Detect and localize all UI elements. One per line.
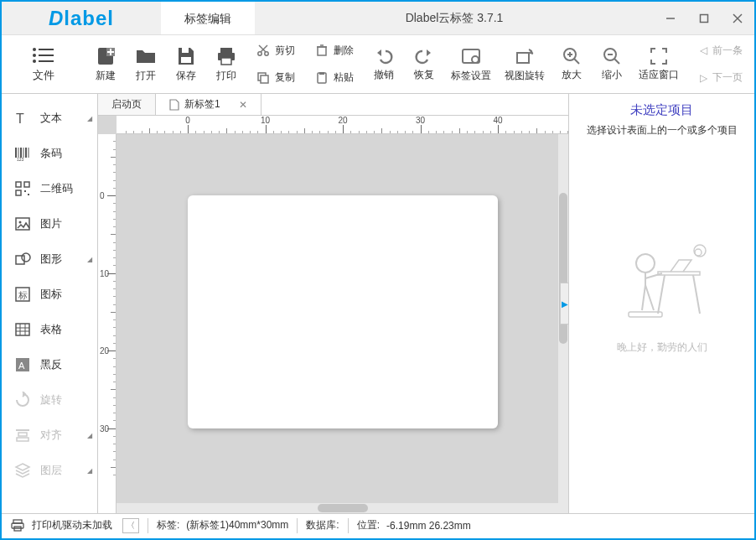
svg-rect-68 [17, 438, 28, 441]
save-icon [175, 45, 197, 67]
printer-status[interactable]: 打印机驱动未加载 〈 [2, 514, 148, 537]
svg-rect-52 [28, 194, 29, 195]
svg-rect-51 [24, 190, 26, 192]
svg-rect-59 [16, 324, 29, 335]
tool-table[interactable]: 表格 [2, 312, 97, 347]
label-info: 标签: (新标签1)40mm*30mm [148, 514, 297, 537]
copy-button[interactable]: 复制 [250, 65, 302, 91]
svg-rect-67 [18, 433, 27, 436]
close-button[interactable] [721, 2, 754, 35]
undo-button[interactable]: 撤销 [364, 35, 404, 93]
position-info: 位置: -6.19mm 26.23mm [349, 514, 479, 537]
tool-invert[interactable]: A黑反 [2, 347, 97, 382]
label-settings-button[interactable]: 标签设置 [444, 35, 498, 93]
delete-button[interactable]: 删除 [308, 38, 360, 63]
zoom-out-button[interactable]: 缩小 [592, 35, 632, 93]
database-info: 数据库: [298, 514, 347, 537]
view-rotate-button[interactable]: 视图旋转 [498, 35, 551, 93]
doc-tab-start[interactable]: 启动页 [98, 94, 156, 115]
panel-subtitle: 选择设计表面上的一个或多个项目 [587, 123, 738, 138]
svg-rect-32 [517, 53, 529, 63]
next-record-button[interactable]: ▷下一页 [693, 65, 749, 91]
barcode-icon: 123 [13, 144, 32, 163]
svg-point-8 [33, 60, 36, 63]
svg-rect-1 [701, 14, 708, 22]
svg-text:T: T [16, 112, 24, 126]
tool-rotate: 旋转 [2, 382, 97, 418]
redo-icon [414, 46, 434, 66]
clipboard-icon [315, 71, 329, 85]
tool-palette: T文本◢ 123条码 二维码 图片 图形◢ 标图标 表格 A黑反 旋转 对齐◢ … [2, 94, 98, 513]
layers-icon [13, 461, 32, 480]
chevron-down-icon: ◢ [87, 115, 92, 122]
panel-collapse-handle[interactable]: ▶ [560, 283, 568, 325]
prev-record-button[interactable]: ◁前一条 [693, 38, 749, 63]
save-button[interactable]: 保存 [166, 35, 206, 93]
paste-button[interactable]: 粘贴 [308, 65, 360, 91]
bullet-list-icon [32, 46, 55, 65]
tool-text[interactable]: T文本◢ [2, 101, 97, 136]
horizontal-scrollbar[interactable] [117, 503, 568, 513]
svg-line-74 [693, 275, 700, 314]
svg-point-6 [33, 54, 36, 57]
panel-title: 未选定项目 [630, 102, 693, 118]
minimize-button[interactable] [654, 2, 687, 35]
tool-image[interactable]: 图片 [2, 206, 97, 241]
print-button[interactable]: 打印 [206, 35, 246, 93]
svg-rect-48 [16, 182, 21, 187]
close-tab-button[interactable]: ✕ [239, 99, 247, 111]
invert-icon: A [13, 356, 32, 374]
redo-button[interactable]: 恢复 [404, 35, 444, 93]
new-button[interactable]: 新建 [85, 35, 126, 93]
icons-icon: 标 [13, 285, 32, 304]
tool-shape[interactable]: 图形◢ [2, 241, 97, 277]
zoom-in-button[interactable]: 放大 [551, 35, 592, 93]
fit-window-button[interactable]: 适应窗口 [632, 35, 686, 93]
svg-line-38 [614, 59, 619, 64]
undo-icon [374, 46, 394, 66]
zoom-out-icon [602, 46, 622, 66]
rotate-cw-icon [13, 391, 32, 409]
svg-point-31 [472, 56, 479, 63]
svg-rect-29 [319, 72, 324, 75]
svg-text:标: 标 [18, 290, 28, 300]
trash-icon [315, 44, 329, 57]
maximize-button[interactable] [687, 2, 721, 35]
chevron-down-icon: ◢ [87, 467, 92, 475]
properties-panel: 未选定项目 选择设计表面上的一个或多个项目 晚上好，勤劳的人们 [568, 94, 754, 513]
qrcode-icon [13, 179, 32, 198]
svg-text:A: A [18, 361, 25, 371]
printer-dropdown[interactable]: 〈 [122, 518, 139, 533]
copy-icon [256, 71, 270, 85]
ribbon-tab-edit[interactable]: 标签编辑 [161, 2, 255, 34]
svg-rect-24 [261, 75, 268, 83]
svg-rect-75 [629, 312, 662, 317]
svg-rect-14 [182, 48, 189, 53]
new-icon [95, 45, 117, 67]
label-surface[interactable] [188, 195, 498, 428]
tool-qrcode[interactable]: 二维码 [2, 171, 97, 206]
svg-point-71 [636, 254, 655, 273]
label-settings-icon [460, 45, 482, 67]
file-menu[interactable]: 文件 [2, 35, 85, 93]
doc-tab-new-label[interactable]: 新标签1 ✕ [156, 94, 261, 115]
design-canvas[interactable] [117, 134, 568, 513]
tool-barcode[interactable]: 123条码 [2, 136, 97, 171]
svg-rect-15 [181, 57, 191, 63]
open-button[interactable]: 打开 [126, 35, 166, 93]
chevron-down-icon: ◢ [87, 432, 92, 439]
image-icon [13, 215, 32, 233]
cut-button[interactable]: 剪切 [250, 38, 302, 63]
print-icon [215, 45, 237, 67]
svg-rect-72 [658, 272, 700, 275]
svg-point-4 [33, 48, 36, 51]
svg-rect-77 [12, 523, 23, 528]
tool-icons[interactable]: 标图标 [2, 277, 97, 312]
svg-rect-49 [24, 182, 29, 187]
tool-align: 对齐◢ [2, 418, 97, 453]
svg-point-56 [22, 253, 30, 262]
rotate-icon [514, 45, 536, 67]
folder-icon [135, 45, 157, 67]
svg-rect-25 [318, 47, 326, 55]
svg-rect-50 [16, 190, 21, 195]
